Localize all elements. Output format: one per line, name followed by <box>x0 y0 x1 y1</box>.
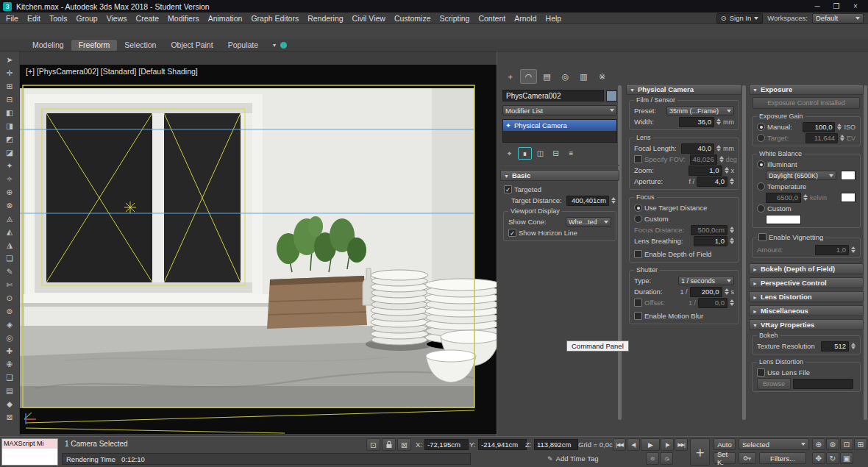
menu-item[interactable]: Graph Editors <box>246 13 303 24</box>
spinner[interactable] <box>719 156 724 163</box>
show-horizon-checkbox[interactable] <box>508 229 516 237</box>
x-coord-field[interactable]: -72,195cm <box>424 439 469 450</box>
make-unique-icon[interactable]: ◫ <box>533 147 547 160</box>
rollout-vray-properties-header[interactable]: VRay Properties <box>749 319 864 330</box>
menu-item[interactable]: Group <box>72 13 102 24</box>
minimize-button[interactable]: ─ <box>808 1 827 12</box>
vignetting-amount-field[interactable]: 1,0 <box>815 245 849 255</box>
left-tool-icon[interactable]: ◧ <box>3 106 17 118</box>
time-configuration-icon[interactable]: ◷ <box>660 452 673 465</box>
left-tool-icon[interactable]: ✦ <box>3 159 17 171</box>
spinner[interactable] <box>730 178 734 185</box>
add-time-tag[interactable]: ✎ Add Time Tag <box>547 454 598 463</box>
left-tool-icon[interactable]: ◎ <box>3 331 17 343</box>
left-tool-icon[interactable]: ⊞ <box>3 79 17 92</box>
tab-selection[interactable]: Selection <box>117 40 163 51</box>
show-end-result-icon[interactable]: ∎ <box>518 147 532 160</box>
viewport[interactable]: [+] [PhysCamera002] [Standard] [Default … <box>20 51 497 436</box>
temperature-color-swatch[interactable] <box>841 193 855 202</box>
zoom-field[interactable]: 1,0 <box>689 165 722 176</box>
focus-distance-field[interactable]: 500,0cm <box>691 225 728 235</box>
orbit-icon[interactable]: ↻ <box>826 452 839 464</box>
custom-white-balance-swatch[interactable] <box>766 215 801 224</box>
texture-resolution-field[interactable]: 512 <box>821 341 849 352</box>
left-tool-icon[interactable]: ⊕ <box>3 185 17 198</box>
maxscript-mini-listener[interactable]: MAXScript Mi <box>1 438 58 466</box>
maxscript-listener-line[interactable]: MAXScript Mi <box>2 439 57 449</box>
previous-frame-button[interactable]: ◀| <box>627 438 640 451</box>
maximize-viewport-icon[interactable]: ▣ <box>840 452 853 464</box>
sign-in-button[interactable]: ⊙ Sign In <box>716 13 764 24</box>
use-target-distance-radio[interactable] <box>634 204 642 212</box>
configure-modifier-sets-icon[interactable]: ≡ <box>564 147 578 160</box>
spinner[interactable] <box>716 118 721 125</box>
target-exposure-radio[interactable] <box>757 134 765 142</box>
duration-field[interactable]: 200,0 <box>690 287 722 297</box>
menu-item[interactable]: Help <box>541 13 566 24</box>
temperature-radio[interactable] <box>757 182 765 190</box>
key-mode-toggle-icon[interactable]: ⊙ <box>646 452 659 465</box>
modifier-stack[interactable]: ✦ Physical Camera <box>502 119 617 143</box>
set-key-mode-button[interactable]: ＋ <box>690 438 710 466</box>
menu-item[interactable]: Views <box>102 13 132 24</box>
show-cone-dropdown[interactable]: Whe...ted <box>566 217 611 227</box>
menu-item[interactable]: Animation <box>204 13 247 24</box>
manual-iso-field[interactable]: 100,0 <box>803 122 835 132</box>
pan-icon[interactable]: ✥ <box>812 452 825 464</box>
spinner[interactable] <box>725 167 729 174</box>
object-color-swatch[interactable] <box>606 90 617 101</box>
enable-vignetting-checkbox[interactable] <box>758 233 766 241</box>
go-to-end-button[interactable]: ▶▶| <box>675 438 688 451</box>
auto-key-button[interactable]: Auto <box>714 438 736 450</box>
rollout-lens-distortion-header[interactable]: Lens Distortion <box>749 291 864 302</box>
tab-freeform[interactable]: Freeform <box>71 40 118 51</box>
selection-lock-button[interactable] <box>382 438 396 451</box>
next-frame-button[interactable]: |▶ <box>661 438 674 451</box>
zoom-icon[interactable]: ⊕ <box>812 438 825 450</box>
left-tool-icon[interactable]: ◈ <box>3 318 17 330</box>
tab-motion[interactable]: ◎ <box>557 69 574 84</box>
menu-item[interactable]: Create <box>132 13 164 24</box>
viewport-label[interactable]: [+] [PhysCamera002] [Standard] [Default … <box>26 67 198 76</box>
ribbon-config-icon[interactable] <box>280 42 287 49</box>
left-tool-icon[interactable]: ❑ <box>3 371 17 383</box>
spinner[interactable] <box>851 343 855 349</box>
focal-length-field[interactable]: 40,0 <box>681 143 714 154</box>
rollout-bokeh-header[interactable]: Bokeh (Depth of Field) <box>749 263 864 274</box>
specify-fov-checkbox[interactable] <box>634 155 642 163</box>
rollout-exposure-header[interactable]: Exposure <box>749 84 864 95</box>
left-tool-icon[interactable]: ✚ <box>3 344 17 357</box>
preset-dropdown[interactable]: 35mm (...Frame) <box>666 106 734 115</box>
menu-item[interactable]: Customize <box>390 13 435 24</box>
custom-focus-radio[interactable] <box>634 215 642 223</box>
temperature-field[interactable]: 6500,0 <box>766 193 801 203</box>
left-tool-icon[interactable]: ◬ <box>3 212 17 224</box>
offset-mode-button[interactable]: ⊠ <box>397 438 411 451</box>
tab-modify[interactable]: ◠ <box>520 69 537 84</box>
specify-fov-field[interactable]: 48,026 <box>690 154 717 165</box>
menu-item[interactable]: Rendering <box>303 13 347 24</box>
close-button[interactable]: × <box>846 1 865 12</box>
offset-field[interactable]: 0,0 <box>698 298 728 308</box>
menu-item[interactable]: Modifiers <box>163 13 204 24</box>
spinner[interactable] <box>730 299 734 306</box>
pin-stack-icon[interactable]: ⌖ <box>502 147 516 160</box>
tab-display[interactable]: ▥ <box>575 69 592 84</box>
left-tool-icon[interactable]: ⊗ <box>3 199 17 211</box>
left-tool-icon[interactable]: ◨ <box>3 119 17 132</box>
filters-button[interactable]: Filters... <box>759 452 806 464</box>
left-tool-icon[interactable]: ✄ <box>3 278 17 290</box>
left-tool-icon[interactable]: ❏ <box>3 252 17 264</box>
left-tool-icon[interactable]: ✛ <box>3 66 17 79</box>
menu-item[interactable]: Scripting <box>435 13 474 24</box>
rollout-miscellaneous-header[interactable]: Miscellaneous <box>749 305 864 316</box>
zoom-all-icon[interactable]: ⊛ <box>826 438 839 450</box>
menu-item[interactable]: Content <box>474 13 510 24</box>
manual-exposure-radio[interactable] <box>757 123 765 131</box>
left-tool-icon[interactable]: ⊙ <box>3 291 17 304</box>
exposure-control-installed-button[interactable]: Exposure Control Installed <box>753 97 860 109</box>
spinner[interactable] <box>716 145 721 151</box>
spinner[interactable] <box>730 238 734 244</box>
illuminant-color-swatch[interactable] <box>841 171 855 180</box>
illuminant-radio[interactable] <box>757 160 765 168</box>
